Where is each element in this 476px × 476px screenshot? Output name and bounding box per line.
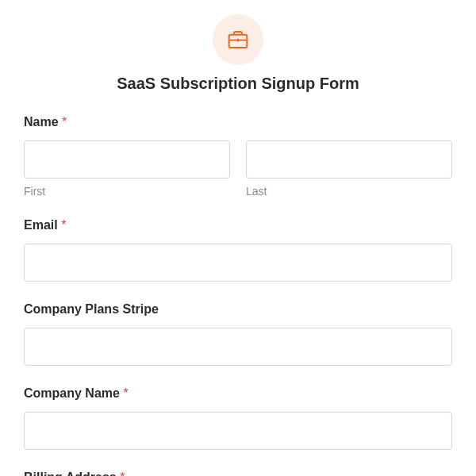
first-name-input[interactable]	[24, 140, 230, 178]
billing-field-group: Billing Address *	[24, 470, 452, 476]
briefcase-icon	[213, 14, 263, 65]
company-name-label: Company Name *	[24, 386, 452, 401]
form-title: SaaS Subscription Signup Form	[24, 75, 452, 93]
company-name-label-text: Company Name	[24, 386, 120, 400]
billing-label-text: Billing Address	[24, 470, 117, 476]
name-field-group: Name * First Last	[24, 115, 452, 198]
name-label: Name *	[24, 115, 452, 129]
email-field-group: Email *	[24, 218, 452, 282]
email-label: Email *	[24, 218, 452, 232]
form-header: SaaS Subscription Signup Form	[24, 14, 452, 93]
billing-label: Billing Address *	[24, 470, 452, 476]
plans-field-group: Company Plans Stripe	[24, 302, 452, 366]
required-mark: *	[61, 218, 66, 232]
company-name-input[interactable]	[24, 412, 452, 450]
last-name-sublabel: Last	[246, 185, 452, 198]
company-name-field-group: Company Name *	[24, 386, 452, 450]
name-label-text: Name	[24, 115, 59, 129]
first-name-sublabel: First	[24, 185, 230, 198]
plans-label: Company Plans Stripe	[24, 302, 452, 317]
plans-label-text: Company Plans Stripe	[24, 302, 159, 316]
email-label-text: Email	[24, 218, 58, 232]
last-name-input[interactable]	[246, 140, 452, 178]
required-mark: *	[120, 470, 125, 476]
required-mark: *	[62, 115, 67, 129]
email-input[interactable]	[24, 244, 452, 282]
required-mark: *	[123, 386, 128, 400]
plans-input[interactable]	[24, 328, 452, 366]
